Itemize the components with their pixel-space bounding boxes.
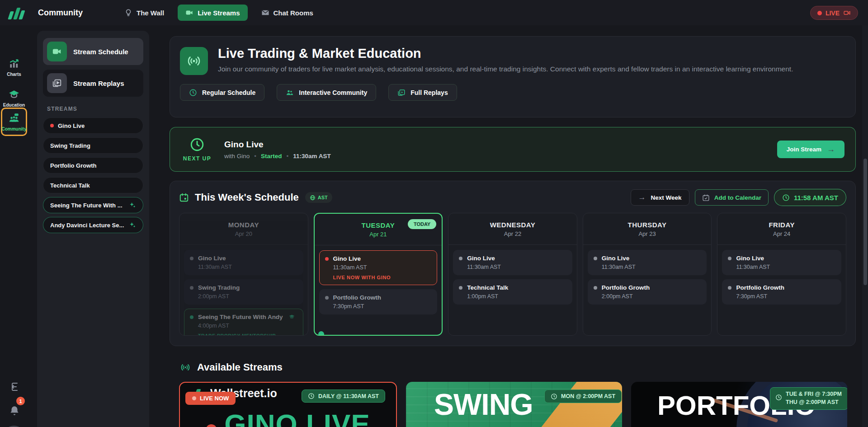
schedule-event[interactable]: Portfolio Growth 7:30pm AST	[319, 289, 438, 314]
tab-chat-rooms[interactable]: Chat Rooms	[261, 9, 313, 17]
event-dot-icon	[190, 315, 193, 319]
notifications-bell-icon[interactable]	[9, 405, 20, 417]
schedule-event[interactable]: Gino Live 11:30am AST	[722, 250, 841, 275]
stream-card-portfolio-growth[interactable]: PORTFOLIO GROWTH TUE & FRI @ 7:30PM THU …	[631, 382, 847, 427]
event-title: Technical Talk	[467, 284, 508, 291]
regular-schedule-pill[interactable]: Regular Schedule	[180, 84, 264, 101]
schedule-event[interactable]: Portfolio Growth 2:00pm AST	[588, 279, 707, 305]
day-column-friday: FRIDAY Apr 24 Gino Live 11:30am AST Port…	[717, 213, 846, 336]
schedule-event-live[interactable]: Gino Live 11:30am AST LIVE NOW WITH GINO	[319, 250, 438, 285]
event-title: Gino Live	[736, 255, 764, 262]
sidebar-item-community[interactable]: Community	[1, 108, 27, 136]
pill-label: Full Replays	[410, 89, 448, 96]
schedule-event[interactable]: Swing Trading 2:00pm AST	[184, 279, 303, 305]
tab-live-streams[interactable]: Live Streams	[178, 5, 247, 21]
next-up-time: 11:30am AST	[293, 153, 331, 160]
people-icon	[286, 89, 294, 97]
calendar-icon	[179, 192, 189, 202]
schedule-event[interactable]: Gino Live 11:30am AST	[453, 250, 572, 275]
tab-the-wall[interactable]: The Wall	[124, 9, 164, 17]
stream-item-swing-trading[interactable]: Swing Trading	[43, 137, 143, 154]
live-button[interactable]: LIVE	[810, 6, 858, 20]
current-time-pill[interactable]: 11:58 AM AST	[774, 189, 846, 206]
event-title: Gino Live	[602, 255, 630, 262]
event-time: 11:30am AST	[333, 264, 432, 271]
tab-label: The Wall	[137, 9, 164, 17]
next-week-button[interactable]: → Next Week	[631, 189, 689, 206]
schedule-event[interactable]: Gino Live 11:30am AST	[184, 250, 303, 275]
full-replays-pill[interactable]: Full Replays	[388, 84, 457, 101]
sidebar-item-stream-schedule[interactable]: Stream Schedule	[43, 38, 143, 65]
clock-icon	[189, 89, 197, 97]
schedule-event[interactable]: Portfolio Growth 7:30pm AST	[722, 279, 841, 305]
streams-sidebar: Stream Schedule Stream Replays STREAMS G…	[37, 31, 149, 427]
weekly-schedule-card: This Week's Schedule AST → Next Week Add…	[170, 181, 856, 346]
lightbulb-icon	[124, 9, 132, 17]
separator: •	[287, 153, 289, 160]
day-date: Apr 24	[773, 230, 790, 237]
day-name: THURSDAY	[628, 221, 667, 229]
event-dot-icon	[459, 257, 462, 260]
stream-schedule-badge: MON @ 2:00PM AST	[544, 389, 622, 403]
scrollbar-thumb[interactable]	[863, 159, 867, 285]
stream-label: Seeing The Future With ...	[50, 202, 123, 209]
arrow-right-icon: →	[827, 145, 835, 154]
event-dot-icon	[190, 286, 193, 290]
stream-card-gino-live[interactable]: Wallstreet.io LIVE NOW DAILY @ 11:30AM A…	[179, 382, 397, 427]
stream-label: Andy Davinci Lecture Se...	[50, 222, 124, 229]
schedule-title: This Week's Schedule	[195, 192, 299, 203]
live-dot-icon	[325, 257, 329, 261]
schedule-event-mentorship[interactable]: Seeing The Future With Andy 4:00pm AST T…	[184, 309, 303, 336]
schedule-label-line2: THU @ 2:00PM AST	[786, 399, 839, 406]
streams-section-title: STREAMS	[47, 106, 143, 112]
rail-label: Education	[3, 103, 25, 108]
sidebar-item-stream-replays[interactable]: Stream Replays	[43, 70, 143, 97]
timezone-badge: AST	[305, 192, 332, 203]
stream-item-technical-talk[interactable]: Technical Talk	[43, 177, 143, 193]
schedule-label: MON @ 2:00PM AST	[561, 393, 615, 399]
event-title: Gino Live	[198, 255, 226, 262]
sidebar-item-charts[interactable]: Charts	[0, 58, 28, 77]
hero-title: Live Trading & Market Education	[218, 46, 793, 61]
join-stream-button[interactable]: Join Stream →	[777, 141, 844, 158]
app-logo[interactable]	[8, 6, 27, 19]
event-time: 11:30am AST	[736, 264, 835, 270]
stream-item-gino-live[interactable]: Gino Live	[43, 117, 143, 134]
interactive-community-pill[interactable]: Interactive Community	[277, 84, 376, 101]
rail-label: Community	[2, 127, 27, 131]
event-dot-icon	[325, 296, 329, 300]
stream-item-andy-davinci-lecture[interactable]: Andy Davinci Lecture Se...	[43, 217, 143, 233]
event-time: 2:00pm AST	[602, 293, 701, 300]
schedule-event[interactable]: Technical Talk 1:00pm AST	[453, 279, 572, 305]
page-title: Community	[38, 8, 83, 18]
event-time: 1:00pm AST	[467, 293, 566, 300]
event-time: 4:00pm AST	[198, 323, 297, 329]
vertical-scrollbar[interactable]	[862, 25, 868, 427]
stream-card-title: SWING	[434, 387, 533, 422]
event-dot-icon	[190, 257, 193, 260]
today-indicator-dot	[318, 331, 324, 336]
day-name: MONDAY	[228, 221, 259, 229]
stream-item-portfolio-growth[interactable]: Portfolio Growth	[43, 157, 143, 174]
tab-label: Live Streams	[198, 9, 240, 17]
separator: •	[254, 153, 256, 160]
collapse-sidebar-icon[interactable]	[9, 381, 19, 392]
add-to-calendar-button[interactable]: Add to Calendar	[695, 189, 769, 206]
timezone-label: AST	[318, 195, 328, 200]
live-now-label: LIVE NOW	[200, 395, 229, 402]
tab-label: Chat Rooms	[274, 9, 313, 17]
day-column-tuesday: TODAY TUESDAY Apr 21 Gino Live 11:30am A…	[314, 213, 443, 336]
next-up-status: Started	[261, 153, 282, 160]
rail-label: Charts	[7, 72, 21, 77]
schedule-event[interactable]: Gino Live 11:30am AST	[588, 250, 707, 275]
event-dot-icon	[728, 286, 731, 290]
live-dot-icon	[50, 124, 54, 127]
live-dot-icon	[817, 11, 822, 15]
sidebar-item-education[interactable]: Education	[0, 89, 28, 108]
stream-card-swing-trading[interactable]: SWING MON @ 2:00PM AST	[406, 382, 622, 427]
live-note: LIVE NOW WITH GINO	[333, 275, 432, 280]
stream-item-seeing-the-future[interactable]: Seeing The Future With ...	[43, 197, 143, 213]
camera-icon	[843, 9, 851, 17]
sparkle-icon	[129, 221, 136, 229]
replay-icon	[47, 73, 67, 93]
